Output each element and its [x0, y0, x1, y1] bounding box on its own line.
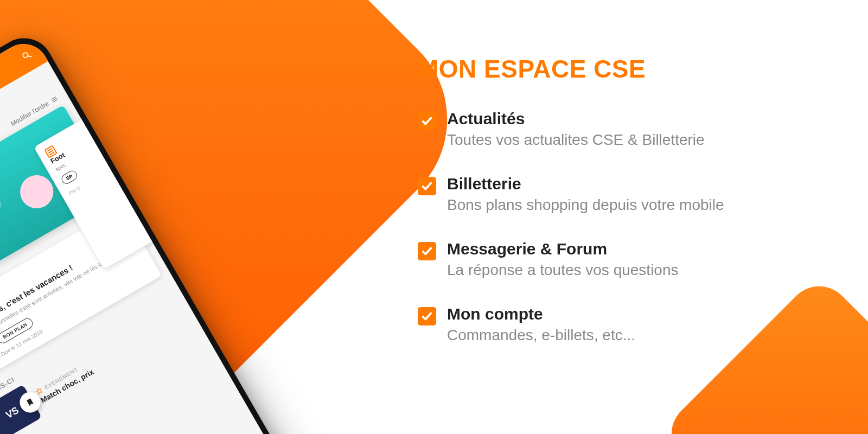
svg-point-0: [22, 52, 28, 58]
feature-list: Actualités Toutes vos actualites CSE & B…: [418, 110, 724, 344]
svg-marker-5: [35, 387, 43, 395]
check-icon: [418, 307, 436, 326]
feature-item: Messagerie & Forum La réponse a toutes v…: [418, 240, 724, 279]
feature-title: Billetterie: [447, 175, 724, 193]
feature-desc: Bons plans shopping depuis votre mobile: [447, 196, 724, 214]
feature-title: Messagerie & Forum: [447, 240, 679, 258]
feature-item: Billetterie Bons plans shopping depuis v…: [418, 175, 724, 214]
peek-byline: Par D: [68, 167, 114, 196]
feature-desc: La réponse a toutes vos questions: [447, 261, 679, 279]
svg-line-1: [28, 54, 31, 58]
feature-title: Mon compte: [447, 305, 635, 323]
check-icon: [418, 177, 436, 195]
feature-desc: Commandes, e-billets, etc...: [447, 327, 635, 344]
check-icon: [418, 242, 436, 260]
page-title: MON ESPACE CSE: [418, 54, 724, 84]
bookmark-icon: [24, 397, 36, 409]
vs-label: VS: [4, 405, 21, 421]
peek-badge: SP: [60, 169, 79, 186]
feature-title: Actualités: [447, 110, 705, 128]
search-icon[interactable]: [20, 48, 34, 63]
feature-column: MON ESPACE CSE Actualités Toutes vos act…: [418, 54, 724, 370]
feature-item: Actualités Toutes vos actualites CSE & B…: [418, 110, 724, 149]
feature-desc: Toutes vos actualites CSE & Billetterie: [447, 131, 705, 149]
feature-item: Mon compte Commandes, e-billets, etc...: [418, 305, 724, 344]
check-icon: [418, 112, 436, 130]
promo-stage: MON ESPACE CSE Actualités Toutes vos act…: [0, 0, 868, 434]
reorder-icon: [49, 94, 60, 105]
